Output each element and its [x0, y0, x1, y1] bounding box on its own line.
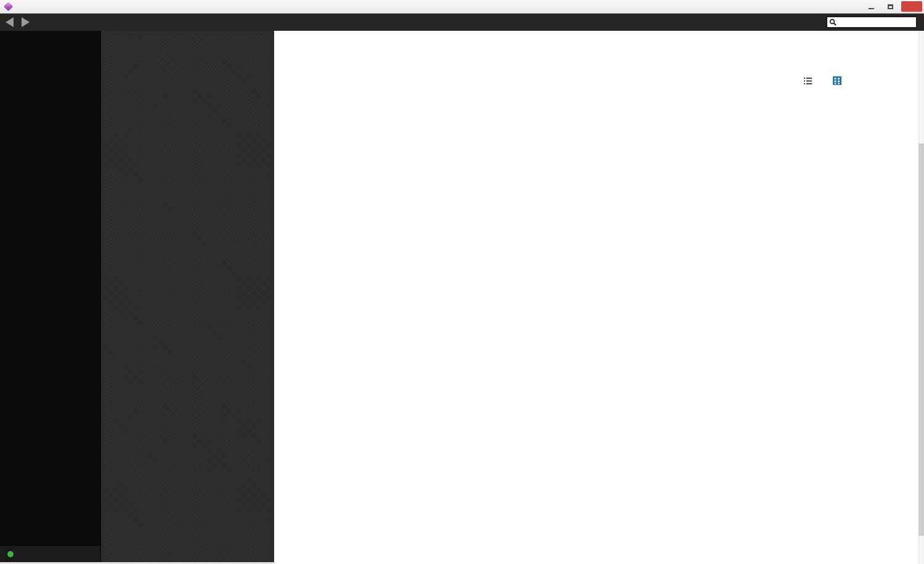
- minimize-button[interactable]: [863, 1, 879, 12]
- thumbnails-icon: [833, 76, 841, 85]
- search-input[interactable]: [838, 18, 911, 26]
- search-box[interactable]: [826, 16, 917, 28]
- vertical-scrollbar[interactable]: [918, 31, 924, 564]
- app-logo-icon: [4, 2, 14, 12]
- scrollbar-thumb[interactable]: [918, 143, 924, 536]
- section-libraries[interactable]: [288, 160, 924, 171]
- section-samples[interactable]: [288, 93, 924, 104]
- search-icon: [829, 18, 837, 26]
- thumbnails-view-button[interactable]: [833, 76, 845, 85]
- list-icon: [804, 78, 812, 84]
- list-view-button[interactable]: [804, 78, 816, 84]
- online-status-icon: [7, 551, 14, 557]
- category-sidebar: [100, 31, 274, 564]
- forward-button[interactable]: [22, 17, 30, 27]
- view-toggles: [804, 76, 845, 85]
- title-bar: [0, 0, 924, 14]
- app-sidebar: [0, 31, 100, 564]
- navigation-toolbar: [0, 14, 924, 31]
- close-button[interactable]: [901, 1, 922, 12]
- back-button[interactable]: [6, 17, 14, 27]
- app-window: [0, 0, 924, 564]
- section-templates[interactable]: [288, 129, 924, 140]
- user-account-row[interactable]: [0, 545, 100, 562]
- maximize-button[interactable]: [882, 1, 898, 12]
- main-content: [274, 31, 924, 564]
